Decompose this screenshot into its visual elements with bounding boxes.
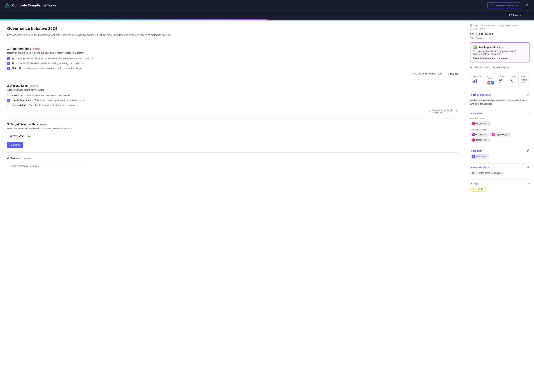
domain-edit-button[interactable]	[527, 149, 530, 153]
data-product-edit-button[interactable]	[527, 166, 530, 169]
sync-dot-icon	[470, 67, 472, 68]
bar-col	[473, 81, 474, 83]
breadcrumb-companions: ... IL_COMPANIONS	[497, 24, 517, 27]
complete-by-question-button[interactable]: Complete by Question	[487, 3, 521, 9]
remove-owner-button[interactable]: ×	[486, 133, 487, 136]
edit-icon	[527, 93, 530, 96]
queries-value: 575	[499, 79, 506, 81]
documentation-content: A table containing all pets past and pre…	[470, 98, 530, 106]
question-3-number: 3. Target Deletion Date	[7, 123, 38, 126]
chevron-down-icon: ∨	[470, 149, 472, 152]
right-panel: Table › ❄ Snowflake › ... IL_COMPANIONS …	[466, 20, 534, 392]
owners-add-button[interactable]: +	[528, 112, 530, 115]
external-link-icon: ↗	[483, 37, 485, 39]
asset-name: PET_DETAILS	[470, 32, 530, 36]
queries-label: Queries	[499, 75, 506, 77]
remove-tag-button[interactable]: ×	[483, 188, 485, 191]
stat-popularity: Popularity	[470, 73, 484, 87]
documentation-header: ∨ Documentation	[470, 93, 530, 97]
owners-content: Business Owners M Maggie Hays × Technica…	[470, 117, 530, 143]
checkbox-highly-restricted[interactable]	[7, 99, 10, 102]
business-owners-list: M Maggie Hays ×	[470, 121, 530, 126]
list-item[interactable]: 30 - 30 days, usually reserved for datas…	[7, 57, 458, 60]
prev-asset-button[interactable]: ←	[496, 13, 502, 18]
rows-sub: rows	[521, 81, 527, 83]
question-1-required: required	[33, 47, 40, 50]
svg-rect-7	[472, 173, 473, 174]
tags-section: ∨ Tags + ⭐ ☆ Gold ×	[470, 179, 530, 192]
documentation-toggle[interactable]: ∨ Documentation	[470, 93, 492, 96]
left-panel: Governance Initiative 2024 How we want t…	[0, 20, 466, 392]
question-1-section: 1. Retention Time required Retention Tim…	[7, 43, 458, 80]
checkbox-unrestricted[interactable]	[7, 104, 10, 107]
next-asset-button[interactable]: →	[524, 13, 530, 18]
domain-section: ∨ Domain A Adoptions ×	[470, 147, 530, 160]
remove-owner-button[interactable]: ×	[508, 133, 509, 136]
top-users-label: Top Users	[487, 75, 493, 79]
question-3-desc: When the asset will be deleted in case i…	[7, 127, 458, 130]
completed-by-2-wrap: ✔ Completed by Maggie Hays 7 days ago	[7, 109, 458, 114]
switch-icon	[491, 4, 493, 7]
close-button[interactable]: ✕	[524, 3, 530, 8]
grid-icon	[472, 172, 474, 174]
checkbox-365[interactable]	[7, 67, 10, 70]
complete-by-question-label: Complete by Question	[495, 4, 518, 7]
list-item[interactable]: Restricted - This should have restricted…	[7, 94, 458, 97]
avatar: H	[490, 81, 495, 85]
business-owners-label: Business Owners	[470, 117, 530, 120]
bar-col	[474, 80, 475, 83]
list-item[interactable]: 90 - Use this for datasets that drive mo…	[7, 62, 458, 65]
popularity-bar	[473, 79, 482, 83]
question-1-title: 1. Retention Time required	[7, 47, 458, 51]
completed-by-1-wrap: ✔ Completed by Maggie Hays 7 days ago	[7, 72, 458, 75]
date-input[interactable]	[7, 133, 36, 139]
documentation-section: ∨ Documentation A table containing all p…	[470, 91, 530, 106]
remove-owner-button[interactable]: ×	[488, 122, 489, 125]
documentation-edit-button[interactable]	[527, 93, 530, 97]
tags-toggle[interactable]: ∨ Tags	[470, 182, 479, 185]
top-users-avatars: M H	[487, 81, 493, 85]
awaiting-remaining: 2 required questions remaining	[473, 57, 527, 59]
snowflake-icon: ❄	[481, 24, 483, 27]
domain-content: A Adoptions ×	[470, 154, 530, 160]
owners-header: ∨ Owners +	[470, 112, 530, 115]
info-icon: ⓘ	[507, 66, 510, 69]
steward-search-input[interactable]	[7, 163, 90, 169]
owners-toggle[interactable]: ∨ Owners	[470, 112, 482, 115]
data-product-toggle[interactable]: ∨ Data Product	[470, 166, 489, 169]
data-product-content: Pet of the Week Campaign ×	[470, 171, 530, 176]
list-item[interactable]: Highly Restricted - This should have hig…	[7, 99, 458, 102]
checkbox-90[interactable]	[7, 62, 10, 65]
remove-data-product-button[interactable]: ×	[501, 172, 502, 174]
table-icon	[470, 24, 473, 27]
checkbox-30[interactable]	[7, 57, 10, 60]
remove-owner-button[interactable]: ×	[488, 139, 489, 142]
star-outline-icon: ☆	[476, 188, 478, 191]
rows-label: Rows	[521, 75, 527, 77]
completed-by-2-text: Completed by Maggie Hays	[432, 109, 458, 112]
question-2-required: required	[30, 84, 38, 87]
question-4-number: 4. Steward	[7, 157, 22, 160]
confirm-button[interactable]: Confirm	[7, 142, 23, 148]
chevron-down-icon: ∨	[470, 166, 472, 169]
awaiting-desc: You are being asked to complete a set of…	[473, 50, 527, 55]
question-2-section: 2. Access Level required Access Control …	[7, 80, 458, 118]
asset-count: 1 of 2 Assets	[505, 14, 521, 17]
question-4-title: 4. Steward required	[7, 157, 458, 160]
tags-add-button[interactable]: +	[528, 182, 530, 185]
checkbox-restricted[interactable]	[7, 94, 10, 97]
question-2-desc: Access Control setting for the asset	[7, 89, 458, 91]
view-profile-link[interactable]: View Profile ↗	[470, 37, 530, 39]
data-product-section: ∨ Data Product Pet of the Week Campaign …	[470, 163, 530, 176]
edit-icon	[527, 166, 530, 168]
remove-domain-button[interactable]: ×	[486, 156, 487, 158]
list-item[interactable]: Unrestricted - This should have unrestri…	[7, 104, 458, 107]
list-item[interactable]: 365 - Use this for non-sensitive data th…	[7, 67, 458, 70]
breadcrumb-snowflake: ❄ Snowflake	[481, 24, 494, 27]
date-input-wrap	[7, 133, 458, 139]
stat-top-users: Top Users M H	[484, 73, 496, 87]
question-3-required: required	[39, 123, 47, 126]
domain-toggle[interactable]: ∨ Domain	[470, 149, 482, 152]
domain-header: ∨ Domain	[470, 149, 530, 153]
svg-rect-2	[470, 25, 472, 26]
